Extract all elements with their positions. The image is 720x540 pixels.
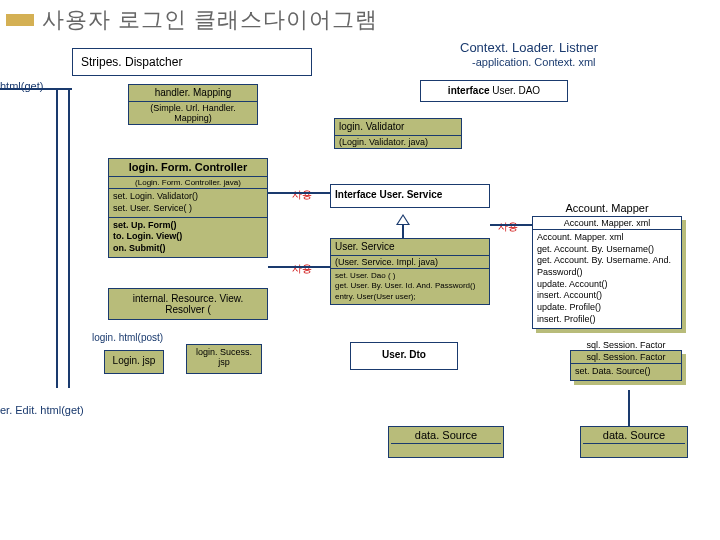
- us-op2: get. User. By. User. Id. And. Password(): [335, 281, 485, 291]
- login-html-get-label: html(get): [0, 80, 43, 92]
- stripes-dispatcher-box: Stripes. Dispatcher: [72, 48, 312, 76]
- interface-user-service-box: Interface User. Service: [330, 184, 490, 208]
- handler-mapping-box: handler. Mapping (Simple. Url. Handler. …: [128, 84, 258, 125]
- ssf-op0: set. Data. Source(): [575, 366, 677, 378]
- am-op6: insert. Profile(): [537, 314, 677, 326]
- sql-session-factory-box: sql. Session. Factor sql. Session. Facto…: [570, 340, 682, 381]
- interface-user-dao-label: User. DAO: [492, 85, 540, 96]
- user-dto-box: User. Dto: [350, 342, 458, 370]
- context-loader-title: Context. Loader. Listner: [460, 40, 598, 55]
- login-jsp-box: Login. jsp: [104, 350, 164, 374]
- data-source-left-label: data. Source: [391, 429, 501, 444]
- login-form-controller-sub: (Login. Form. Controller. java): [109, 177, 267, 189]
- user-service-sub: (User. Service. Impl. java): [331, 256, 489, 269]
- use-label-1: 사용: [292, 188, 312, 202]
- login-validator-title: login. Validator: [335, 119, 461, 136]
- am-op2: get. Account. By. Username. And. Passwor…: [537, 255, 677, 278]
- er-edit-get-label: er. Edit. html(get): [0, 404, 84, 416]
- login-form-controller-title: login. Form. Controller: [109, 159, 267, 177]
- inherit-arrow-icon: [396, 214, 410, 225]
- login-form-controller-box: login. Form. Controller (Login. Form. Co…: [108, 158, 268, 258]
- line-left-vertical-2: [68, 88, 70, 388]
- page-title-bar: 사용자 로그인 클래스다이어그램: [0, 4, 720, 36]
- use-label-3: 사용: [498, 220, 518, 234]
- account-mapper-ops: Account. Mapper. xml get. Account. By. U…: [533, 230, 681, 328]
- page-title: 사용자 로그인 클래스다이어그램: [42, 5, 378, 35]
- am-op4: insert. Account(): [537, 290, 677, 302]
- internal-resource-view-resolver-box: internal. Resource. View. Resolver (: [108, 288, 268, 320]
- login-jsp-label: Login. jsp: [113, 355, 156, 366]
- interface-user-dao-box: interface User. DAO: [420, 80, 568, 102]
- ssf-inner: sql. Session. Factor set. Data. Source(): [570, 350, 682, 381]
- data-source-left-box: data. Source: [388, 426, 504, 458]
- user-service-box: User. Service (User. Service. Impl. java…: [330, 238, 490, 305]
- us-op1: set. User. Dao ( ): [335, 271, 485, 281]
- lfc-op5: on. Submit(): [113, 243, 263, 255]
- lfc-op2: set. User. Service( ): [113, 203, 263, 215]
- login-html-post-label: login. html(post): [92, 332, 163, 343]
- account-mapper-inner: Account. Mapper. xml Account. Mapper. xm…: [532, 216, 682, 329]
- ssf-heading: sql. Session. Factor: [570, 340, 682, 350]
- account-mapper-box: Account. Mapper Account. Mapper. xml Acc…: [532, 200, 682, 329]
- login-success-jsp-box: login. Sucess. jsp: [186, 344, 262, 374]
- ssf-ops: set. Data. Source(): [571, 364, 681, 380]
- lfc-op1: set. Login. Validator(): [113, 191, 263, 203]
- handler-mapping-sub: (Simple. Url. Handler. Mapping): [129, 102, 257, 124]
- context-loader-sub: -application. Context. xml: [472, 56, 596, 68]
- account-mapper-heading: Account. Mapper: [532, 200, 682, 216]
- lfc-op3: set. Up. Form(): [113, 220, 263, 232]
- line-ssf-to-ds: [628, 390, 630, 426]
- login-success-jsp-label: login. Sucess. jsp: [196, 347, 252, 367]
- login-validator-sub: (Login. Validator. java): [335, 136, 461, 148]
- line-html-to-dispatcher: [0, 88, 72, 90]
- lfc-op4: to. Login. View(): [113, 231, 263, 243]
- am-op0: Account. Mapper. xml: [537, 232, 677, 244]
- handler-mapping-title: handler. Mapping: [129, 85, 257, 102]
- am-op1: get. Account. By. Username(): [537, 244, 677, 256]
- user-dto-label: User. Dto: [382, 349, 426, 360]
- data-source-right-label: data. Source: [583, 429, 685, 444]
- irvr-label: internal. Resource. View. Resolver (: [133, 293, 243, 315]
- user-service-title: User. Service: [331, 239, 489, 256]
- login-form-controller-ops1: set. Login. Validator() set. User. Servi…: [109, 189, 267, 217]
- line-us-to-am: [490, 224, 532, 226]
- use-label-2: 사용: [292, 262, 312, 276]
- login-validator-box: login. Validator (Login. Validator. java…: [334, 118, 462, 149]
- interface-user-service-label: Interface User. Service: [335, 189, 442, 200]
- login-form-controller-ops2: set. Up. Form() to. Login. View() on. Su…: [109, 218, 267, 257]
- stripes-dispatcher-label: Stripes. Dispatcher: [81, 55, 182, 69]
- data-source-right-box: data. Source: [580, 426, 688, 458]
- interface-user-dao-prefix: interface: [448, 85, 490, 96]
- inherit-line: [402, 225, 404, 239]
- am-op3: update. Account(): [537, 279, 677, 291]
- line-left-vertical: [56, 88, 58, 388]
- user-service-ops: set. User. Dao ( ) get. User. By. User. …: [331, 269, 489, 304]
- am-op5: update. Profile(): [537, 302, 677, 314]
- us-op3: entry. User(User user);: [335, 292, 485, 302]
- ssf-sub: sql. Session. Factor: [571, 351, 681, 364]
- account-mapper-sub: Account. Mapper. xml: [533, 217, 681, 230]
- line-lfc-to-us: [268, 266, 330, 268]
- title-accent-block: [6, 14, 34, 26]
- line-lfc-to-ius: [268, 192, 330, 194]
